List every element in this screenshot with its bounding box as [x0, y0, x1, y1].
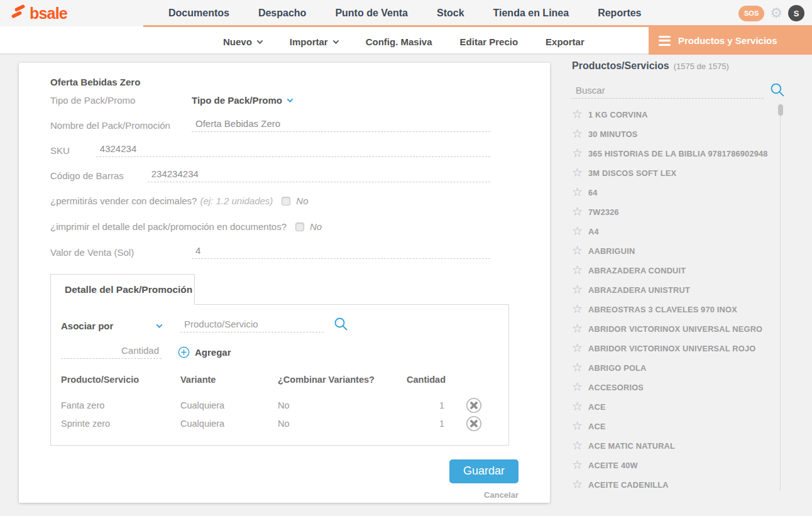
toolbar-item-config-masiva[interactable]: Config. Masiva	[366, 36, 432, 47]
asociar-por-dropdown[interactable]: Asociar por	[61, 321, 162, 331]
sos-button[interactable]: SOS	[738, 6, 764, 21]
star-icon[interactable]: ☆	[572, 206, 583, 217]
bsale-wordmark: bsale	[30, 6, 67, 24]
delete-row-icon[interactable]	[466, 415, 482, 432]
list-item[interactable]: ☆1 KG CORVINA	[572, 105, 798, 124]
cancel-link[interactable]: Cancelar	[484, 490, 518, 500]
barcode-input[interactable]	[148, 168, 490, 182]
list-item[interactable]: ☆ABRAZADERA CONDUIT	[572, 261, 798, 280]
star-icon[interactable]: ☆	[572, 128, 583, 140]
delete-row-icon[interactable]	[466, 397, 482, 414]
bsale-logo[interactable]: bsale	[10, 4, 67, 25]
star-icon[interactable]: ☆	[572, 244, 583, 256]
price-input[interactable]	[192, 245, 490, 259]
product-name: 64	[588, 188, 598, 197]
nav-item-punto-de-venta[interactable]: Punto de Venta	[335, 8, 408, 19]
nav-item-stock[interactable]: Stock	[437, 8, 464, 19]
star-icon[interactable]: ☆	[572, 342, 583, 354]
star-icon[interactable]: ☆	[572, 303, 583, 315]
star-icon[interactable]: ☆	[572, 264, 583, 276]
search-icon[interactable]	[334, 317, 349, 334]
agregar-label: Agregar	[195, 347, 231, 358]
toolbar-item-exportar[interactable]: Exportar	[546, 36, 584, 47]
sidebar-header: Productos/Servicios (1575 de 1575)	[572, 60, 798, 72]
list-item[interactable]: ☆ACE MATIC NATURAL	[572, 436, 798, 456]
star-icon[interactable]: ☆	[572, 322, 583, 334]
barcode-row: Código de Barras	[50, 163, 490, 188]
productos-y-servicios-label: Productos y Servicios	[678, 35, 777, 46]
app-header: bsale Documentos Despacho Punto de Venta…	[0, 0, 812, 55]
tipo-pack-dropdown[interactable]: Tipo de Pack/Promo	[192, 95, 292, 106]
star-icon[interactable]: ☆	[572, 478, 583, 490]
decimals-checkbox[interactable]	[282, 197, 290, 206]
sku-input[interactable]	[96, 143, 490, 157]
star-icon[interactable]: ☆	[572, 167, 583, 178]
nav-item-documentos[interactable]: Documentos	[168, 8, 229, 19]
nombre-input[interactable]	[192, 118, 490, 132]
star-icon[interactable]: ☆	[572, 400, 583, 412]
star-icon[interactable]: ☆	[572, 108, 583, 120]
decimals-question: ¿permitirás vender con decimales?	[50, 195, 197, 206]
list-item[interactable]: ☆ABRAZADERA UNISTRUT	[572, 280, 798, 300]
column-header-producto: Producto/Servicio	[61, 375, 180, 396]
list-item[interactable]: ☆ABREOSTRAS 3 CLAVELES 970 INOX	[572, 300, 798, 319]
list-item[interactable]: ☆ABRIDOR VICTORINOX UNIVERSAL ROJO	[572, 339, 798, 358]
product-name: ACEITE CADENILLA	[588, 480, 669, 490]
list-item[interactable]: ☆ABRIDOR VICTORINOX UNIVERSAL NEGRO	[572, 319, 798, 339]
main-nav: Documentos Despacho Punto de Venta Stock…	[168, 0, 642, 26]
list-item[interactable]: ☆7W2326	[572, 202, 798, 222]
save-button[interactable]: Guardar	[449, 459, 518, 483]
form-actions: Guardar Cancelar	[50, 459, 518, 500]
star-icon[interactable]: ☆	[572, 283, 583, 295]
tab-detalle-pack-promocion[interactable]: Detalle del Pack/Promoción	[50, 274, 195, 305]
toolbar-item-nuevo[interactable]: Nuevo	[223, 36, 262, 47]
nav-item-reportes[interactable]: Reportes	[598, 8, 641, 19]
list-item[interactable]: ☆AABRIGUIN	[572, 241, 798, 261]
gear-icon[interactable]: ⚙	[770, 6, 782, 20]
scrollbar-track[interactable]	[780, 106, 781, 491]
column-header-combinar: ¿Combinar Variantes?	[278, 375, 407, 396]
product-name: ABRIGO POLA	[588, 363, 647, 373]
list-item[interactable]: ☆ACE	[572, 397, 798, 417]
toolbar-item-importar-label: Importar	[290, 36, 328, 47]
star-icon[interactable]: ☆	[572, 361, 583, 373]
list-item[interactable]: ☆64	[572, 183, 798, 202]
list-item[interactable]: ☆ACEITE CADENILLA	[572, 475, 798, 495]
print-checkbox[interactable]	[295, 222, 304, 231]
cantidad-input[interactable]	[61, 345, 162, 359]
list-item[interactable]: ☆A4	[572, 222, 798, 241]
nav-item-tienda-en-linea[interactable]: Tienda en Linea	[493, 8, 569, 19]
product-name: ACE	[588, 402, 606, 412]
sku-label: SKU	[50, 145, 70, 156]
list-item[interactable]: ☆ABRIGO POLA	[572, 358, 798, 378]
decimals-value: No	[296, 195, 308, 206]
productos-y-servicios-button[interactable]: Productos y Servicios	[649, 26, 812, 55]
list-item[interactable]: ☆30 MINUTOS	[572, 124, 798, 144]
list-item[interactable]: ☆3M DISCOS SOFT LEX	[572, 163, 798, 183]
star-icon[interactable]: ☆	[572, 459, 583, 471]
star-icon[interactable]: ☆	[572, 420, 583, 432]
star-icon[interactable]: ☆	[572, 147, 583, 159]
list-item[interactable]: ☆ACEITE 40W	[572, 456, 798, 475]
product-name: 3M DISCOS SOFT LEX	[588, 168, 676, 178]
star-icon[interactable]: ☆	[572, 381, 583, 393]
toolbar-item-importar[interactable]: Importar	[290, 36, 338, 47]
price-row: Valor de Venta (Sol)	[50, 239, 490, 265]
producto-servicio-input[interactable]	[180, 319, 324, 332]
pack-detail-panel: Asociar por Agregar Producto/Serv	[50, 304, 509, 446]
agregar-button[interactable]: Agregar	[178, 346, 231, 358]
toolbar-item-editar-precio[interactable]: Editar Precio	[460, 36, 518, 47]
search-input[interactable]	[572, 85, 764, 99]
list-item[interactable]: ☆ACCESORIOS	[572, 378, 798, 397]
scrollbar-thumb[interactable]	[778, 104, 783, 116]
nav-item-despacho[interactable]: Despacho	[258, 8, 306, 19]
star-icon[interactable]: ☆	[572, 225, 583, 237]
list-item[interactable]: ☆ACE	[572, 417, 798, 436]
list-item[interactable]: ☆365 HISTORIAS DE LA BIBLIA 978178690294…	[572, 144, 798, 163]
user-avatar[interactable]: S	[788, 5, 804, 21]
product-name: 30 MINUTOS	[588, 129, 638, 139]
star-icon[interactable]: ☆	[572, 439, 583, 451]
star-icon[interactable]: ☆	[572, 186, 583, 198]
asociar-row: Asociar por	[61, 314, 498, 337]
search-icon[interactable]	[770, 82, 786, 101]
